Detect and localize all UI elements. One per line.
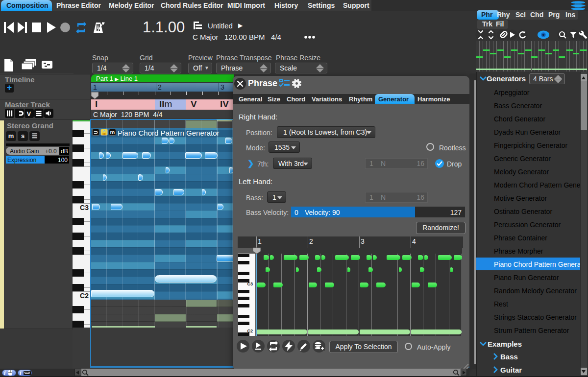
svg-text:i: i — [20, 370, 22, 376]
svg-text:i: i — [4, 370, 6, 376]
svg-text:V: V — [27, 110, 31, 118]
